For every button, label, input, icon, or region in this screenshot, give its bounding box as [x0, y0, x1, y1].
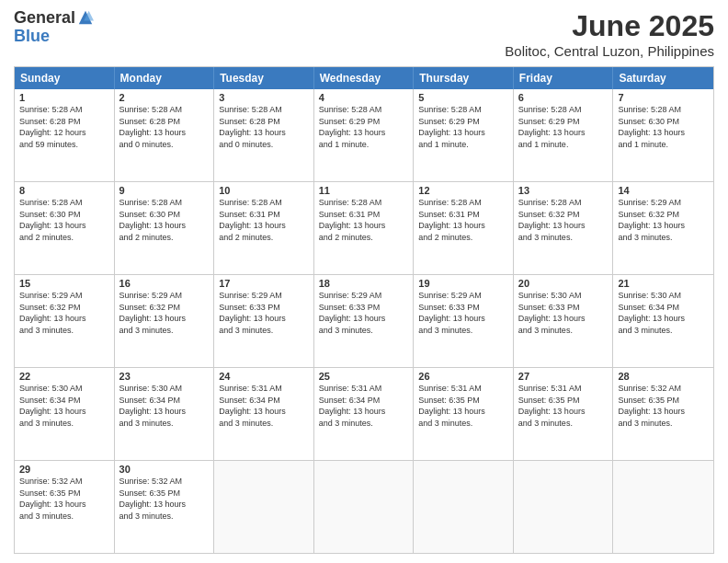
- day-info: Sunrise: 5:28 AM Sunset: 6:32 PM Dayligh…: [518, 197, 609, 243]
- day-number: 10: [219, 185, 309, 196]
- calendar-cell: 19Sunrise: 5:29 AM Sunset: 6:33 PM Dayli…: [414, 275, 514, 367]
- day-info: Sunrise: 5:29 AM Sunset: 6:32 PM Dayligh…: [119, 290, 210, 336]
- calendar-row-0: 1Sunrise: 5:28 AM Sunset: 6:28 PM Daylig…: [15, 89, 713, 181]
- day-number: 2: [119, 92, 210, 103]
- day-number: 14: [618, 185, 709, 196]
- day-info: Sunrise: 5:28 AM Sunset: 6:28 PM Dayligh…: [19, 104, 109, 150]
- calendar-row-1: 8Sunrise: 5:28 AM Sunset: 6:30 PM Daylig…: [15, 181, 713, 274]
- day-number: 28: [618, 371, 709, 382]
- day-info: Sunrise: 5:29 AM Sunset: 6:32 PM Dayligh…: [618, 197, 709, 243]
- calendar-cell: 1Sunrise: 5:28 AM Sunset: 6:28 PM Daylig…: [15, 89, 115, 181]
- day-info: Sunrise: 5:29 AM Sunset: 6:33 PM Dayligh…: [319, 290, 409, 336]
- calendar-cell: [514, 461, 614, 553]
- day-info: Sunrise: 5:32 AM Sunset: 6:35 PM Dayligh…: [119, 476, 210, 522]
- day-number: 16: [119, 278, 210, 289]
- calendar-cell: 24Sunrise: 5:31 AM Sunset: 6:34 PM Dayli…: [214, 368, 314, 460]
- day-number: 30: [119, 464, 210, 475]
- calendar-cell: 30Sunrise: 5:32 AM Sunset: 6:35 PM Dayli…: [115, 461, 215, 553]
- day-number: 29: [19, 464, 109, 475]
- header-day-monday: Monday: [115, 67, 215, 89]
- calendar-cell: 6Sunrise: 5:28 AM Sunset: 6:29 PM Daylig…: [514, 89, 614, 181]
- calendar-cell: 28Sunrise: 5:32 AM Sunset: 6:35 PM Dayli…: [613, 368, 713, 460]
- day-info: Sunrise: 5:30 AM Sunset: 6:33 PM Dayligh…: [518, 290, 609, 336]
- calendar-cell: 13Sunrise: 5:28 AM Sunset: 6:32 PM Dayli…: [514, 182, 614, 274]
- day-info: Sunrise: 5:32 AM Sunset: 6:35 PM Dayligh…: [19, 476, 109, 522]
- day-info: Sunrise: 5:31 AM Sunset: 6:34 PM Dayligh…: [219, 383, 309, 429]
- day-info: Sunrise: 5:28 AM Sunset: 6:31 PM Dayligh…: [219, 197, 309, 243]
- day-number: 25: [319, 371, 409, 382]
- day-number: 23: [119, 371, 210, 382]
- calendar-cell: 14Sunrise: 5:29 AM Sunset: 6:32 PM Dayli…: [613, 182, 713, 274]
- day-info: Sunrise: 5:30 AM Sunset: 6:34 PM Dayligh…: [618, 290, 709, 336]
- day-number: 22: [19, 371, 109, 382]
- title-block: June 2025 Bolitoc, Central Luzon, Philip…: [505, 9, 714, 59]
- calendar-row-4: 29Sunrise: 5:32 AM Sunset: 6:35 PM Dayli…: [15, 460, 713, 553]
- calendar-cell: 17Sunrise: 5:29 AM Sunset: 6:33 PM Dayli…: [214, 275, 314, 367]
- header-day-friday: Friday: [514, 67, 614, 89]
- header: General Blue June 2025 Bolitoc, Central …: [14, 9, 714, 59]
- calendar-cell: [314, 461, 415, 553]
- calendar-cell: 7Sunrise: 5:28 AM Sunset: 6:30 PM Daylig…: [613, 89, 713, 181]
- calendar-header: SundayMondayTuesdayWednesdayThursdayFrid…: [15, 67, 713, 89]
- day-number: 12: [418, 185, 508, 196]
- calendar-body: 1Sunrise: 5:28 AM Sunset: 6:28 PM Daylig…: [15, 89, 713, 553]
- calendar-cell: 3Sunrise: 5:28 AM Sunset: 6:28 PM Daylig…: [214, 89, 314, 181]
- day-info: Sunrise: 5:29 AM Sunset: 6:33 PM Dayligh…: [418, 290, 508, 336]
- calendar-cell: 12Sunrise: 5:28 AM Sunset: 6:31 PM Dayli…: [414, 182, 514, 274]
- day-number: 20: [518, 278, 609, 289]
- day-info: Sunrise: 5:28 AM Sunset: 6:28 PM Dayligh…: [119, 104, 210, 150]
- calendar-cell: 9Sunrise: 5:28 AM Sunset: 6:30 PM Daylig…: [115, 182, 215, 274]
- day-number: 24: [219, 371, 309, 382]
- day-number: 7: [618, 92, 709, 103]
- logo-blue: Blue: [14, 28, 94, 46]
- day-info: Sunrise: 5:32 AM Sunset: 6:35 PM Dayligh…: [618, 383, 709, 429]
- calendar-cell: [613, 461, 713, 553]
- calendar-cell: 23Sunrise: 5:30 AM Sunset: 6:34 PM Dayli…: [115, 368, 215, 460]
- calendar-cell: 22Sunrise: 5:30 AM Sunset: 6:34 PM Dayli…: [15, 368, 115, 460]
- header-day-sunday: Sunday: [15, 67, 115, 89]
- day-info: Sunrise: 5:28 AM Sunset: 6:29 PM Dayligh…: [319, 104, 409, 150]
- calendar-cell: 20Sunrise: 5:30 AM Sunset: 6:33 PM Dayli…: [514, 275, 614, 367]
- calendar-row-2: 15Sunrise: 5:29 AM Sunset: 6:32 PM Dayli…: [15, 274, 713, 367]
- calendar-cell: 18Sunrise: 5:29 AM Sunset: 6:33 PM Dayli…: [314, 275, 415, 367]
- calendar-row-3: 22Sunrise: 5:30 AM Sunset: 6:34 PM Dayli…: [15, 367, 713, 460]
- day-info: Sunrise: 5:28 AM Sunset: 6:30 PM Dayligh…: [618, 104, 709, 150]
- logo: General Blue: [14, 9, 94, 46]
- day-info: Sunrise: 5:28 AM Sunset: 6:29 PM Dayligh…: [418, 104, 508, 150]
- subtitle: Bolitoc, Central Luzon, Philippines: [505, 43, 714, 59]
- day-number: 1: [19, 92, 109, 103]
- main-title: June 2025: [505, 9, 714, 43]
- day-info: Sunrise: 5:28 AM Sunset: 6:31 PM Dayligh…: [319, 197, 409, 243]
- calendar-cell: 4Sunrise: 5:28 AM Sunset: 6:29 PM Daylig…: [314, 89, 415, 181]
- calendar-cell: 16Sunrise: 5:29 AM Sunset: 6:32 PM Dayli…: [115, 275, 215, 367]
- day-info: Sunrise: 5:28 AM Sunset: 6:29 PM Dayligh…: [518, 104, 609, 150]
- logo-icon: [77, 9, 94, 26]
- day-number: 21: [618, 278, 709, 289]
- day-info: Sunrise: 5:31 AM Sunset: 6:35 PM Dayligh…: [518, 383, 609, 429]
- day-number: 9: [119, 185, 210, 196]
- calendar-cell: 2Sunrise: 5:28 AM Sunset: 6:28 PM Daylig…: [115, 89, 215, 181]
- calendar-cell: [214, 461, 314, 553]
- day-info: Sunrise: 5:30 AM Sunset: 6:34 PM Dayligh…: [119, 383, 210, 429]
- calendar-cell: 11Sunrise: 5:28 AM Sunset: 6:31 PM Dayli…: [314, 182, 415, 274]
- day-number: 5: [418, 92, 508, 103]
- day-number: 26: [418, 371, 508, 382]
- day-number: 6: [518, 92, 609, 103]
- day-number: 17: [219, 278, 309, 289]
- day-info: Sunrise: 5:31 AM Sunset: 6:34 PM Dayligh…: [319, 383, 409, 429]
- day-number: 27: [518, 371, 609, 382]
- calendar-cell: 27Sunrise: 5:31 AM Sunset: 6:35 PM Dayli…: [514, 368, 614, 460]
- calendar-cell: 5Sunrise: 5:28 AM Sunset: 6:29 PM Daylig…: [414, 89, 514, 181]
- calendar-cell: 25Sunrise: 5:31 AM Sunset: 6:34 PM Dayli…: [314, 368, 415, 460]
- day-number: 4: [319, 92, 409, 103]
- calendar-cell: 29Sunrise: 5:32 AM Sunset: 6:35 PM Dayli…: [15, 461, 115, 553]
- header-day-thursday: Thursday: [414, 67, 514, 89]
- day-number: 11: [319, 185, 409, 196]
- day-info: Sunrise: 5:29 AM Sunset: 6:32 PM Dayligh…: [19, 290, 109, 336]
- day-number: 3: [219, 92, 309, 103]
- page: General Blue June 2025 Bolitoc, Central …: [0, 0, 728, 563]
- day-info: Sunrise: 5:30 AM Sunset: 6:34 PM Dayligh…: [19, 383, 109, 429]
- header-day-tuesday: Tuesday: [214, 67, 314, 89]
- calendar-cell: [414, 461, 514, 553]
- day-info: Sunrise: 5:31 AM Sunset: 6:35 PM Dayligh…: [418, 383, 508, 429]
